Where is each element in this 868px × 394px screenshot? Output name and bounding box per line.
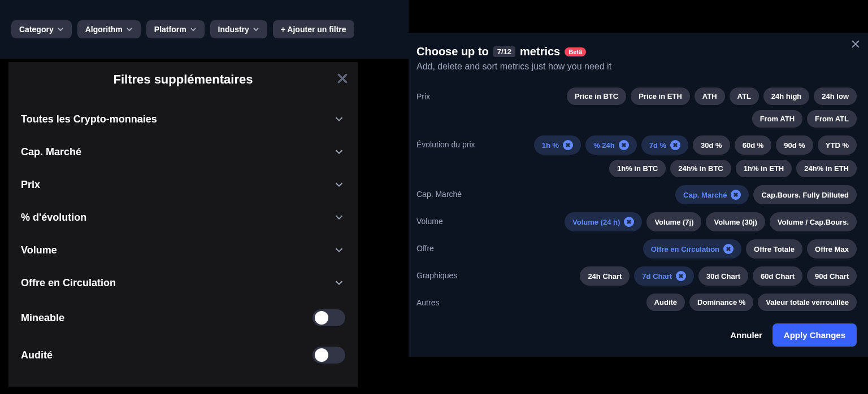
metric-chip[interactable]: From ATH xyxy=(752,110,802,128)
chevron-down-icon xyxy=(333,113,345,125)
toggle-switch[interactable] xyxy=(313,309,345,326)
section-name: Graphiques xyxy=(416,266,530,280)
chip-label: Volume (24 h) xyxy=(572,218,620,226)
section-name: Prix xyxy=(416,87,530,101)
metric-chip[interactable]: Dominance % xyxy=(689,294,753,311)
metric-chip[interactable]: YTD % xyxy=(818,135,857,155)
metric-chip[interactable]: Volume (7j) xyxy=(646,212,701,231)
remove-icon[interactable] xyxy=(624,217,634,227)
remove-icon[interactable] xyxy=(563,140,573,150)
metric-section: PrixPrice in BTCPrice in ETHATHATL24h hi… xyxy=(416,87,857,128)
close-icon[interactable] xyxy=(335,71,350,86)
metric-chip[interactable]: 30d Chart xyxy=(698,266,748,286)
filter-bar: Category Algorithm Platform Industry + A… xyxy=(0,0,409,59)
chip-label: Offre en Circulation xyxy=(651,245,719,253)
filter-expand-row[interactable]: Prix xyxy=(8,168,358,201)
filter-row-label: Mineable xyxy=(21,312,64,324)
metrics-modal: Choose up to 7/12 metrics Betâ Add, dele… xyxy=(409,33,868,357)
metric-chip[interactable]: Price in BTC xyxy=(567,87,626,105)
metric-chip[interactable]: 24h Chart xyxy=(580,266,630,286)
metric-chip[interactable]: Offre Max xyxy=(807,239,857,259)
chevron-down-icon xyxy=(333,211,345,224)
metrics-count: 7/12 xyxy=(493,46,515,57)
metric-chip[interactable]: 60d % xyxy=(735,135,772,155)
chip-label: 1h% in ETH xyxy=(744,164,784,173)
apply-button[interactable]: Apply Changes xyxy=(772,323,857,347)
chip-label: 24h low xyxy=(822,92,849,100)
metric-chip[interactable]: Offre Totale xyxy=(746,239,802,259)
filter-expand-row[interactable]: Offre en Circulation xyxy=(8,266,358,299)
metric-chip[interactable]: 24h% in BTC xyxy=(670,160,731,177)
chip-label: ATL xyxy=(737,92,751,100)
metric-chip[interactable]: Volume / Cap.Bours. xyxy=(770,212,857,231)
remove-icon[interactable] xyxy=(723,244,734,254)
filter-industry[interactable]: Industry xyxy=(210,20,267,38)
metric-chip[interactable]: 90d Chart xyxy=(807,266,857,286)
toggle-switch[interactable] xyxy=(313,347,345,364)
filter-expand-row[interactable]: Cap. Marché xyxy=(8,135,358,168)
chevron-down-icon xyxy=(253,26,259,33)
chip-label: YTD % xyxy=(826,141,849,150)
metric-chip[interactable]: 60d Chart xyxy=(753,266,802,286)
metric-chip[interactable]: From ATL xyxy=(807,110,857,128)
filter-row-label: Offre en Circulation xyxy=(21,277,116,289)
chevron-down-icon xyxy=(333,277,345,289)
metric-chip[interactable]: 90d % xyxy=(776,135,813,155)
chevron-down-icon xyxy=(333,178,345,191)
metric-chip[interactable]: ATL xyxy=(730,87,759,105)
metric-chip[interactable]: Cap. Marché xyxy=(675,185,749,204)
chip-label: 90d % xyxy=(784,141,805,150)
filter-label: + Ajouter un filtre xyxy=(281,25,346,34)
modal-footer: Annuler Apply Changes xyxy=(416,323,857,347)
remove-icon[interactable] xyxy=(619,140,629,150)
filter-platform[interactable]: Platform xyxy=(146,20,205,38)
filter-expand-row[interactable]: Toutes les Crypto-monnaies xyxy=(8,103,358,135)
metric-chip[interactable]: 1h% in ETH xyxy=(736,160,792,177)
metric-chip[interactable]: Price in ETH xyxy=(631,87,690,105)
metric-chip[interactable]: Cap.Bours. Fully Dilluted xyxy=(753,185,857,204)
remove-icon[interactable] xyxy=(731,190,741,200)
chip-label: Cap.Bours. Fully Dilluted xyxy=(761,191,849,199)
chip-label: From ATL xyxy=(815,115,849,123)
chip-label: Volume (30j) xyxy=(714,218,757,226)
chevron-down-icon xyxy=(190,26,197,33)
add-filter-button[interactable]: + Ajouter un filtre xyxy=(273,20,354,38)
chip-label: Offre Totale xyxy=(754,245,795,253)
close-icon[interactable] xyxy=(850,38,861,50)
section-name: Cap. Marché xyxy=(416,185,530,199)
metric-chip[interactable]: ATH xyxy=(695,87,725,105)
filter-category[interactable]: Category xyxy=(11,20,72,38)
metric-chip[interactable]: Offre en Circulation xyxy=(643,239,741,259)
remove-icon[interactable] xyxy=(676,271,686,281)
metric-section: Graphiques24h Chart7d Chart30d Chart60d … xyxy=(416,266,857,286)
filter-expand-row[interactable]: Volume xyxy=(8,234,358,266)
filter-label: Category xyxy=(19,25,54,34)
metric-section: Évolution du prix1h %% 24h7d %30d %60d %… xyxy=(416,135,857,177)
metric-chip[interactable]: 1h% in BTC xyxy=(609,160,666,177)
filter-toggle-row: Mineable xyxy=(8,299,358,336)
chip-label: 60d % xyxy=(743,141,764,150)
chip-label: Offre Max xyxy=(815,245,849,253)
filter-expand-row[interactable]: % d'évolution xyxy=(8,201,358,234)
metric-chip[interactable]: 7d % xyxy=(641,135,688,155)
metric-chip[interactable]: 7d Chart xyxy=(634,266,694,286)
chips-wrap: Cap. MarchéCap.Bours. Fully Dilluted xyxy=(530,185,857,204)
metric-chip[interactable]: 24h high xyxy=(763,87,809,105)
metric-chip[interactable]: 24h% in ETH xyxy=(796,160,857,177)
filter-algorithm[interactable]: Algorithm xyxy=(77,20,141,38)
title-post: metrics xyxy=(520,45,560,58)
metric-chip[interactable]: Volume (24 h) xyxy=(565,212,642,231)
chip-label: 24h Chart xyxy=(588,272,622,281)
chevron-down-icon xyxy=(333,146,345,158)
remove-icon[interactable] xyxy=(670,140,680,150)
chip-label: 1h % xyxy=(542,141,559,150)
cancel-button[interactable]: Annuler xyxy=(730,330,762,340)
metrics-subtitle: Add, delete and sort metrics just how yo… xyxy=(416,62,857,72)
metric-chip[interactable]: 30d % xyxy=(693,135,730,155)
metric-chip[interactable]: 1h % xyxy=(534,135,581,155)
metric-chip[interactable]: Audité xyxy=(646,294,685,311)
metric-chip[interactable]: Volume (30j) xyxy=(706,212,765,231)
metric-chip[interactable]: 24h low xyxy=(814,87,857,105)
metric-chip[interactable]: Valeur totale verrouillée xyxy=(758,294,857,311)
metric-chip[interactable]: % 24h xyxy=(585,135,637,155)
